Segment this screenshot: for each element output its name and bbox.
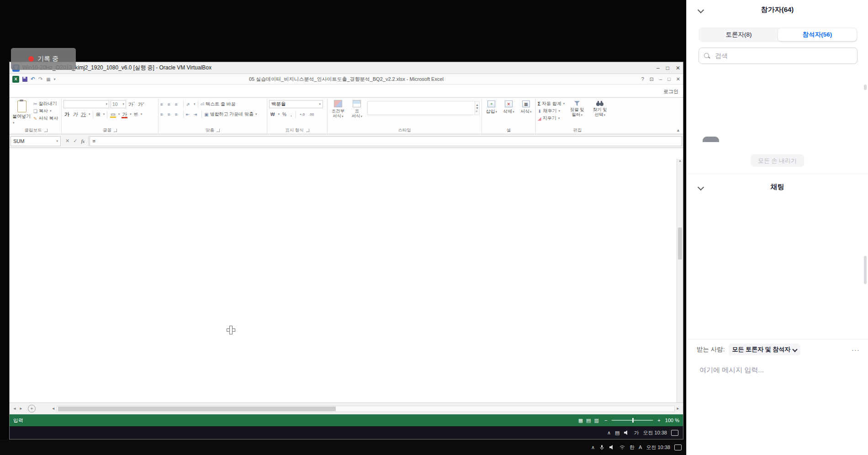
sort-filter-button[interactable]: 정렬 및필터▾ (566, 99, 587, 117)
host-network-icon[interactable] (619, 444, 625, 450)
vbox-maximize-button[interactable]: □ (666, 65, 669, 71)
increase-decimal-button[interactable]: +.0 (298, 112, 306, 116)
vm-tray-display-icon[interactable]: ▤ (615, 430, 619, 436)
vertical-scrollbar[interactable]: ▲ (677, 159, 683, 402)
number-format-select[interactable]: 백분율▾ (269, 100, 323, 108)
view-buttons[interactable]: ▦ ▤ ▥ (578, 418, 600, 423)
align-left-icon[interactable]: ≡ (160, 112, 166, 117)
underline-button[interactable]: 가 (80, 111, 87, 118)
borders-button[interactable]: ⊞ (95, 111, 101, 117)
host-clock[interactable]: 오전 10:38 (646, 444, 670, 451)
comma-format-button[interactable]: , (289, 112, 293, 117)
vm-clock[interactable]: 오전 10:38 (643, 429, 667, 436)
excel-close-button[interactable]: ✕ (676, 76, 680, 82)
virtualbox-titlebar[interactable]: V Win10-20Hz_O2013_kimj2_1920_1080_v6.0 … (10, 62, 683, 74)
horizontal-scrollbar[interactable]: ◄ ► (50, 403, 681, 414)
align-bottom-icon[interactable]: ≡ (175, 102, 181, 107)
confirm-entry-icon[interactable]: ✓ (73, 138, 77, 144)
name-box[interactable]: SUM▾ (11, 136, 61, 146)
host-ime-latin[interactable]: A (639, 444, 642, 450)
excel-titlebar[interactable]: X ↶ ↷ ▦ ▾ 05 실습데이터_비지니스분석_인사이트도출_경향분석_BQ… (10, 74, 683, 85)
sheet-nav-right-icon[interactable]: ► (18, 407, 24, 411)
fill-button[interactable]: ⬇채우기▾ (538, 108, 565, 114)
excel-ribbon-display-button[interactable]: ⊡ (650, 76, 654, 82)
cut-button[interactable]: ✂잘라내기 (33, 101, 58, 107)
italic-button[interactable]: 가 (72, 111, 79, 118)
save-icon[interactable] (22, 77, 27, 82)
hscroll-right-icon[interactable]: ► (675, 407, 681, 411)
recipient-select[interactable]: 모든 토론자 및 참석자 (729, 344, 801, 355)
alignment-dialog-launcher[interactable] (217, 129, 220, 132)
paste-button[interactable]: 붙여넣기▾ (12, 99, 32, 125)
shrink-font-button[interactable]: 가v (137, 101, 145, 108)
format-cells-button[interactable]: ▦서식▾ (518, 99, 534, 115)
vm-action-center-icon[interactable] (671, 430, 678, 436)
number-dialog-launcher[interactable] (306, 129, 309, 132)
vm-ime-indicator[interactable]: 가 (634, 429, 639, 436)
lower-all-hands-button[interactable]: 모든 손 내리기 (751, 154, 804, 167)
host-speaker-icon[interactable] (609, 444, 615, 450)
wrap-text-button[interactable]: ⏎텍스트 줄 바꿈 (201, 101, 236, 107)
delete-cells-button[interactable]: ✕삭제▾ (501, 99, 517, 115)
align-right-icon[interactable]: ≡ (175, 112, 181, 117)
sheet-nav-left-icon[interactable]: ◄ (11, 407, 18, 411)
vbox-minimize-button[interactable]: – (656, 65, 660, 71)
panel-scroll-dot[interactable] (864, 85, 867, 90)
zoom-slider[interactable] (612, 420, 653, 421)
zoom-level[interactable]: 100 % (665, 418, 679, 423)
formula-input[interactable]: = (90, 136, 682, 146)
copy-button[interactable]: ❏복사▾ (33, 108, 58, 114)
host-tray-chevron-icon[interactable]: ∧ (591, 444, 595, 450)
excel-minimize-button[interactable]: – (659, 76, 662, 82)
host-action-center-icon[interactable] (674, 444, 682, 450)
insert-cells-button[interactable]: ＋삽입▾ (484, 99, 499, 115)
tab-panelists[interactable]: 토론자(8) (699, 28, 778, 41)
more-options-button[interactable]: ··· (852, 346, 860, 354)
align-middle-icon[interactable]: ≡ (168, 102, 174, 107)
phonetic-button[interactable]: 변 (133, 111, 139, 117)
format-painter-button[interactable]: ✎서식 복사 (33, 115, 58, 122)
chat-message-input[interactable] (699, 365, 859, 374)
fill-color-button[interactable]: ▭ (110, 111, 116, 117)
undo-icon[interactable]: ↶ (31, 76, 35, 82)
bold-button[interactable]: 가 (64, 111, 70, 118)
insert-function-icon[interactable]: fx (81, 138, 85, 144)
percent-format-button[interactable]: % (281, 112, 288, 117)
tab-attendees[interactable]: 참석자(56) (778, 28, 857, 41)
styles-gallery-scroll[interactable]: ▲▼≡ (475, 101, 480, 115)
format-as-table-button[interactable]: 표서식▾ (349, 99, 366, 119)
add-sheet-button[interactable]: + (28, 405, 36, 413)
vbox-close-button[interactable]: ✕ (676, 65, 680, 71)
excel-help-button[interactable]: ? (641, 76, 644, 82)
autosum-button[interactable]: Σ자동 합계▾ (538, 101, 565, 107)
align-top-icon[interactable]: ≡ (160, 102, 166, 107)
participant-search[interactable] (699, 48, 857, 64)
excel-restore-button[interactable]: □ (667, 76, 671, 82)
increase-indent-icon[interactable]: ⇥ (193, 112, 199, 117)
orientation-icon[interactable]: ⇗ (186, 102, 192, 107)
font-dialog-launcher[interactable] (114, 129, 117, 132)
hscroll-left-icon[interactable]: ◄ (50, 407, 57, 411)
clear-button[interactable]: ◢지우기▾ (538, 115, 565, 122)
currency-format-button[interactable]: ₩ (269, 112, 276, 117)
font-color-button[interactable]: 가 (121, 111, 128, 118)
panel-scroll-thumb[interactable] (864, 256, 867, 284)
qat-dropdown-icon[interactable]: ▾ (54, 77, 56, 81)
vm-speaker-icon[interactable] (624, 430, 630, 435)
find-select-button[interactable]: 찾기 및선택▾ (589, 99, 610, 117)
search-input[interactable] (714, 52, 852, 60)
cancel-entry-icon[interactable]: ✕ (65, 138, 69, 144)
host-ime-hangul[interactable]: 한 (630, 444, 635, 451)
ribbon-collapse-icon[interactable]: ▲ (676, 128, 680, 132)
zoom-in-button[interactable]: + (657, 418, 660, 423)
redo-icon[interactable]: ↷ (38, 76, 43, 82)
decrease-decimal-button[interactable]: .00 (307, 112, 315, 116)
font-size-select[interactable]: 10▾ (111, 100, 126, 108)
merge-center-button[interactable]: ▣병합하고 가운데 맞춤▾ (204, 111, 257, 117)
vscroll-thumb[interactable] (678, 228, 682, 259)
grow-font-button[interactable]: 가^ (127, 101, 136, 108)
host-mic-icon[interactable] (599, 444, 605, 450)
conditional-format-button[interactable]: 조건부서식▾ (329, 99, 347, 119)
vm-tray-chevron-icon[interactable]: ∧ (607, 430, 611, 436)
font-name-select[interactable]: ▾ (64, 100, 109, 108)
